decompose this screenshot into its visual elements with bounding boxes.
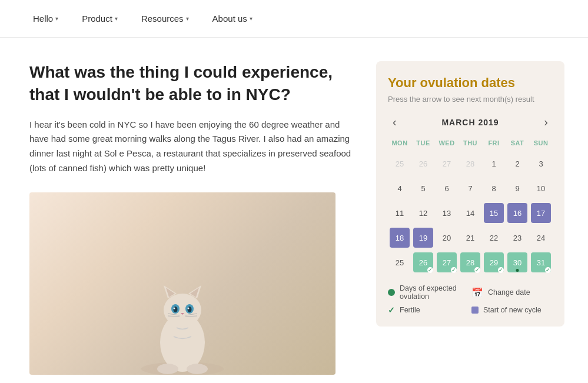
calendar-week-3: 18192021222324: [388, 225, 553, 250]
prev-month-button[interactable]: ‹: [388, 114, 401, 130]
table-row: 13: [435, 201, 459, 225]
month-label: MARCH 2019: [441, 118, 499, 127]
calendar-day-29[interactable]: 29✓: [484, 252, 504, 272]
calendar-day-26[interactable]: 26✓: [413, 252, 433, 272]
table-row: 22: [482, 225, 506, 250]
calendar-day-6[interactable]: 6: [437, 178, 457, 198]
calendar-day-23[interactable]: 23: [507, 228, 527, 248]
calendar-day-8[interactable]: 8: [484, 178, 504, 198]
nav-hello[interactable]: Hello ▾: [24, 9, 68, 28]
table-row: 25: [388, 250, 411, 275]
table-row: 18: [388, 225, 411, 250]
svg-point-10: [188, 307, 192, 312]
nav-hello-label: Hello: [33, 14, 53, 24]
calendar-day-12[interactable]: 12: [413, 203, 433, 223]
calendar-subtitle: Press the arrow to see next month(s) res…: [388, 94, 553, 105]
svg-point-2: [164, 294, 201, 327]
table-row: 7: [459, 176, 482, 201]
table-row: 11: [388, 201, 411, 225]
calendar-day-7[interactable]: 7: [460, 178, 480, 198]
calendar-day-24[interactable]: 24: [531, 228, 551, 248]
weekday-thu: THU: [459, 137, 482, 151]
svg-point-12: [188, 307, 190, 309]
calendar-day-2[interactable]: 2: [507, 154, 527, 174]
calendar-day-26[interactable]: 26: [413, 154, 433, 174]
table-row: 1: [482, 151, 506, 176]
table-row: 2: [506, 151, 529, 176]
nav-product[interactable]: Product ▾: [72, 9, 127, 28]
nav-about[interactable]: About us ▾: [203, 9, 262, 28]
fertile-check-icon: ✓: [388, 305, 395, 315]
table-row: 5: [411, 176, 435, 201]
calendar-day-11[interactable]: 11: [390, 203, 410, 223]
nav-resources-chevron: ▾: [186, 15, 189, 22]
weekday-header-row: MON TUE WED THU FRI SAT SUN: [388, 137, 553, 151]
table-row: 29✓: [482, 250, 506, 275]
weekday-mon: MON: [388, 137, 411, 151]
calendar-day-4[interactable]: 4: [390, 178, 410, 198]
table-row: 6: [435, 176, 459, 201]
calendar-day-5[interactable]: 5: [413, 178, 433, 198]
nav-resources[interactable]: Resources ▾: [132, 9, 198, 28]
calendar-day-17[interactable]: 17: [531, 203, 551, 223]
calendar-day-31[interactable]: 31✓: [531, 252, 551, 272]
calendar-day-28[interactable]: 28: [460, 154, 480, 174]
calendar-day-19[interactable]: 19: [413, 228, 433, 248]
calendar-day-21[interactable]: 21: [460, 228, 480, 248]
calendar-day-30[interactable]: 30: [507, 252, 527, 272]
table-row: 24: [529, 225, 553, 250]
calendar-card: Your ovulation dates Press the arrow to …: [376, 61, 564, 327]
calendar-week-4: 2526✓27✓28✓29✓3031✓: [388, 250, 553, 275]
calendar-day-20[interactable]: 20: [437, 228, 457, 248]
table-row: 25: [388, 151, 411, 176]
calendar-day-15[interactable]: 15: [484, 203, 504, 223]
calendar-day-9[interactable]: 9: [507, 178, 527, 198]
nav-product-label: Product: [82, 14, 112, 24]
table-row: 23: [506, 225, 529, 250]
table-row: 31✓: [529, 250, 553, 275]
next-month-button[interactable]: ›: [539, 114, 553, 130]
table-row: 15: [482, 201, 506, 225]
weekday-wed: WED: [435, 137, 459, 151]
calendar-body: 2526272812345678910111213141516171819202…: [388, 151, 553, 275]
calendar-grid: MON TUE WED THU FRI SAT SUN 252627281234…: [388, 137, 553, 275]
calendar-week-2: 11121314151617: [388, 201, 553, 225]
nav-about-chevron: ▾: [250, 15, 253, 22]
legend-change-date[interactable]: 📅 Change date: [471, 284, 553, 301]
calendar-day-27[interactable]: 27✓: [437, 252, 457, 272]
calendar-day-28[interactable]: 28✓: [460, 252, 480, 272]
navigation: Hello ▾ Product ▾ Resources ▾ About us ▾: [0, 0, 588, 38]
table-row: 17: [529, 201, 553, 225]
calendar-day-14[interactable]: 14: [460, 203, 480, 223]
table-row: 28: [459, 151, 482, 176]
weekday-sun: SUN: [529, 137, 553, 151]
weekday-fri: FRI: [482, 137, 506, 151]
calendar-day-22[interactable]: 22: [484, 228, 504, 248]
new-cycle-square-icon: [471, 307, 479, 314]
ovulation-label: Days of expected ovulation: [400, 284, 469, 301]
article-title: What was the thing I could experience, t…: [29, 61, 353, 106]
article-body: I hear it's been cold in NYC so I have b…: [29, 118, 353, 176]
calendar-day-27[interactable]: 27: [437, 154, 457, 174]
legend-ovulation: Days of expected ovulation: [388, 284, 469, 301]
calendar-day-25[interactable]: 25: [390, 154, 410, 174]
calendar-day-18[interactable]: 18: [390, 228, 410, 248]
calendar-day-1[interactable]: 1: [484, 154, 504, 174]
calendar-week-1: 45678910: [388, 176, 553, 201]
table-row: 9: [506, 176, 529, 201]
nav-product-chevron: ▾: [115, 15, 118, 22]
calendar-week-0: 25262728123: [388, 151, 553, 176]
calendar-legend: Days of expected ovulation 📅 Change date…: [388, 284, 553, 315]
calendar-day-3[interactable]: 3: [531, 154, 551, 174]
nav-about-label: About us: [212, 14, 247, 24]
calendar-day-10[interactable]: 10: [531, 178, 551, 198]
change-date-label: Change date: [488, 288, 530, 297]
table-row: 10: [529, 176, 553, 201]
table-row: 30: [506, 250, 529, 275]
article-image: [29, 192, 335, 375]
calendar-day-13[interactable]: 13: [437, 203, 457, 223]
table-row: 26✓: [411, 250, 435, 275]
calendar-day-25[interactable]: 25: [390, 252, 410, 272]
calendar-title: Your ovulation dates: [388, 75, 553, 91]
calendar-day-16[interactable]: 16: [507, 203, 527, 223]
